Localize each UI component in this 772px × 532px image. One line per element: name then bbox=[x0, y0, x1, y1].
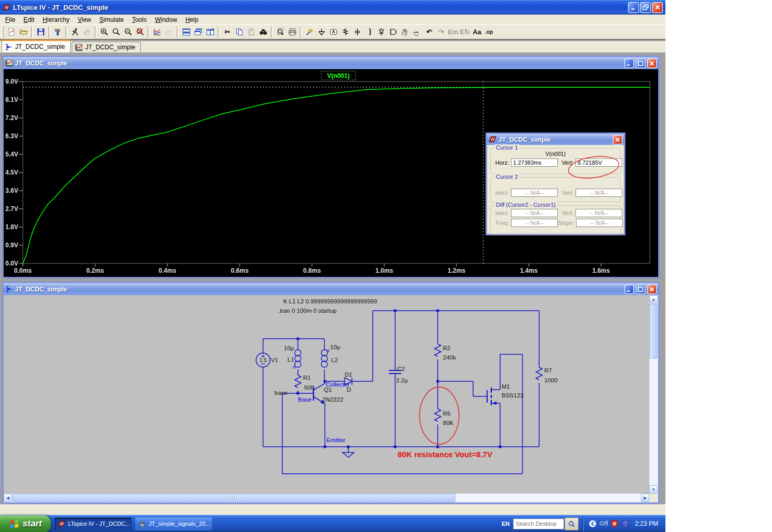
menu-tools[interactable]: Tools bbox=[128, 15, 151, 24]
network-icon[interactable] bbox=[599, 520, 608, 528]
start-button[interactable]: start bbox=[0, 515, 51, 532]
toolbar-separator bbox=[48, 26, 50, 38]
component-button[interactable] bbox=[387, 26, 399, 38]
diff-vert-field[interactable] bbox=[575, 209, 622, 217]
scroll-right-button[interactable]: ▶ bbox=[641, 494, 649, 502]
trace-label[interactable]: V(n001) bbox=[327, 72, 349, 79]
close-button[interactable] bbox=[652, 2, 663, 13]
zoom-in-button[interactable] bbox=[98, 26, 110, 38]
ground-button[interactable] bbox=[316, 26, 328, 38]
mosfet-M1[interactable] bbox=[487, 388, 496, 405]
wire-button[interactable] bbox=[304, 26, 316, 38]
resistor-R7[interactable] bbox=[536, 367, 542, 380]
run-button[interactable] bbox=[69, 26, 81, 38]
copy-button[interactable] bbox=[233, 26, 245, 38]
menu-view[interactable]: View bbox=[73, 15, 95, 24]
cursor2-vert-field[interactable] bbox=[575, 189, 622, 197]
cursor-panel: JT_DCDC_simple Cursor 1 V(n001) Horz: Ve… bbox=[486, 132, 625, 235]
spice-directive-tran[interactable]: .tran 0 100m 0 startup bbox=[278, 308, 337, 314]
resize-grip[interactable] bbox=[649, 494, 658, 502]
scroll-left-button[interactable]: ◀ bbox=[4, 494, 12, 502]
capacitor-button[interactable] bbox=[351, 26, 363, 38]
autorange-button[interactable] bbox=[151, 26, 163, 38]
spice-directive-button[interactable]: .op bbox=[483, 26, 495, 38]
horizontal-scrollbar[interactable]: ◀ ▶ bbox=[4, 494, 649, 502]
shield-blue-icon[interactable] bbox=[621, 520, 630, 528]
cursor1-horz-field[interactable] bbox=[511, 158, 558, 167]
zoom-fit-button[interactable] bbox=[134, 26, 146, 38]
waveform-maximize-button[interactable] bbox=[636, 59, 645, 68]
diff-horz-field[interactable] bbox=[511, 209, 558, 217]
print-preview-button[interactable] bbox=[274, 26, 286, 38]
search-button[interactable] bbox=[565, 517, 579, 530]
schematic-label: 80K bbox=[443, 420, 454, 426]
tray-expand-icon[interactable] bbox=[588, 520, 597, 528]
cut-button[interactable]: ✂ bbox=[221, 26, 233, 38]
tab-schematic[interactable]: JT_DCDC_simple bbox=[2, 39, 71, 52]
menu-edit[interactable]: Edit bbox=[19, 15, 38, 24]
diff-freq-field[interactable] bbox=[511, 219, 558, 227]
security-shield-red-icon[interactable] bbox=[610, 520, 619, 528]
new-schematic-button[interactable] bbox=[6, 26, 18, 38]
vertical-scrollbar[interactable]: ▲ ▼ bbox=[649, 295, 658, 494]
diff-slope-field[interactable] bbox=[576, 219, 623, 227]
net-label-button[interactable]: A bbox=[328, 26, 339, 38]
schematic-close-button[interactable] bbox=[647, 285, 657, 294]
taskbar-item-ltspice[interactable]: LTspice IV - JT_DCDC... bbox=[55, 517, 132, 530]
schematic-window-titlebar[interactable]: JT_DCDC_simple bbox=[4, 283, 658, 295]
scroll-up-button[interactable]: ▲ bbox=[649, 295, 658, 303]
open-button[interactable] bbox=[18, 26, 30, 38]
inductor-L2[interactable] bbox=[321, 350, 329, 367]
schematic-label: R7 bbox=[544, 367, 552, 374]
restore-button[interactable] bbox=[640, 2, 651, 13]
menu-help[interactable]: Help bbox=[181, 15, 203, 24]
cursor-panel-close-button[interactable] bbox=[613, 135, 622, 144]
taskbar-item-jt-simple-signals[interactable]: JT_simple_signals_20... bbox=[135, 517, 212, 530]
desktop-screen: LTspice IV - JT_DCDC_simple FileEditHier… bbox=[0, 0, 665, 532]
waveform-window-titlebar[interactable]: JT_DCDC_simple bbox=[4, 57, 658, 69]
ground-symbol[interactable] bbox=[343, 453, 354, 457]
resistor-R1[interactable] bbox=[295, 375, 301, 388]
vertical-scroll-thumb[interactable] bbox=[649, 304, 658, 358]
text-button[interactable]: Aa bbox=[471, 26, 483, 38]
inductor-L1[interactable] bbox=[293, 350, 301, 368]
menu-hierarchy[interactable]: Hierarchy bbox=[38, 15, 73, 24]
spice-directive-k[interactable]: K L1 L2 0.99999999999999999999 bbox=[283, 298, 377, 304]
cascade-button[interactable] bbox=[192, 26, 204, 38]
scroll-down-button[interactable]: ▼ bbox=[649, 485, 658, 494]
cursor2-horz-field[interactable] bbox=[511, 189, 558, 197]
move-button[interactable] bbox=[399, 26, 411, 38]
toolbar-separator bbox=[148, 26, 150, 38]
schematic-minimize-button[interactable] bbox=[624, 285, 634, 294]
schematic-canvas[interactable]: K L1 L2 0.99999999999999999999 .tran 0 1… bbox=[4, 295, 649, 494]
zoom-out-button[interactable] bbox=[122, 26, 134, 38]
language-indicator[interactable]: EN bbox=[502, 521, 509, 527]
drag-button[interactable] bbox=[411, 26, 423, 38]
diode-button[interactable] bbox=[375, 26, 387, 38]
search-input[interactable] bbox=[513, 518, 564, 529]
menu-window[interactable]: Window bbox=[151, 15, 181, 24]
resistor-R2[interactable] bbox=[435, 344, 441, 356]
control-panel-button[interactable] bbox=[52, 26, 64, 38]
cursor-panel-titlebar[interactable]: JT_DCDC_simple bbox=[487, 134, 624, 145]
resistor-button[interactable] bbox=[339, 26, 351, 38]
menu-simulate[interactable]: Simulate bbox=[95, 15, 128, 24]
find-button[interactable] bbox=[257, 26, 269, 38]
tab-waveform[interactable]: JT_DCDC_simple bbox=[72, 42, 141, 52]
zoom-area-button[interactable] bbox=[110, 26, 122, 38]
waveform-minimize-button[interactable] bbox=[624, 59, 634, 68]
clock[interactable]: 2:23 PM bbox=[635, 520, 658, 527]
save-button[interactable] bbox=[35, 26, 47, 38]
tile-vertical-button[interactable] bbox=[204, 26, 216, 38]
print-button[interactable] bbox=[286, 26, 298, 38]
undo-button[interactable]: ↶ bbox=[423, 26, 435, 38]
schematic-maximize-button[interactable] bbox=[636, 285, 645, 294]
inductor-button[interactable] bbox=[363, 26, 375, 38]
cursor1-vert-field[interactable] bbox=[575, 158, 622, 167]
waveform-close-button[interactable] bbox=[647, 59, 657, 68]
tile-horizontal-button[interactable] bbox=[180, 26, 192, 38]
minimize-button[interactable] bbox=[628, 2, 639, 13]
menu-file[interactable]: File bbox=[1, 15, 19, 24]
resistor-R5[interactable] bbox=[435, 409, 441, 421]
horizontal-scroll-thumb[interactable] bbox=[12, 494, 455, 502]
